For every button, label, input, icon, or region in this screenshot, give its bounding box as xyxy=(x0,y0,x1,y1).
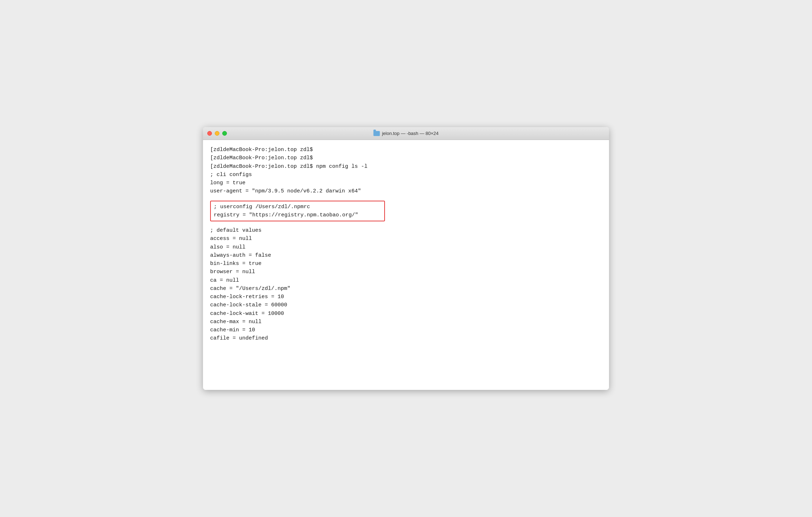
terminal-line-3: [zdldeMacBook-Pro:jelon.top zdl$ npm con… xyxy=(210,162,602,171)
terminal-after-11: cache-lock-wait = 10000 xyxy=(210,310,602,318)
terminal-line-1: [zdldeMacBook-Pro:jelon.top zdl$ xyxy=(210,146,602,154)
terminal-line-2: [zdldeMacBook-Pro:jelon.top zdl$ xyxy=(210,154,602,162)
terminal-after-1: ; default values xyxy=(210,226,602,235)
minimize-button[interactable] xyxy=(215,131,219,136)
terminal-after-10: cache-lock-stale = 60000 xyxy=(210,301,602,309)
terminal-line-5: long = true xyxy=(210,179,602,187)
terminal-after-12: cache-max = null xyxy=(210,318,602,326)
terminal-after-5: bin-links = true xyxy=(210,260,602,268)
highlighted-config-box: ; userconfig /Users/zdl/.npmrc registry … xyxy=(210,201,385,222)
terminal-after-14: cafile = undefined xyxy=(210,334,602,342)
terminal-window: jelon.top — -bash — 80×24 [zdldeMacBook-… xyxy=(203,127,609,390)
folder-icon xyxy=(374,131,380,136)
terminal-after-6: browser = null xyxy=(210,268,602,276)
terminal-after-8: cache = "/Users/zdl/.npm" xyxy=(210,285,602,293)
highlighted-line-2: registry = "https://registry.npm.taobao.… xyxy=(214,211,381,219)
terminal-after-9: cache-lock-retries = 10 xyxy=(210,293,602,301)
terminal-after-4: always-auth = false xyxy=(210,251,602,260)
window-title: jelon.top — -bash — 80×24 xyxy=(374,131,439,136)
terminal-after-3: also = null xyxy=(210,243,602,251)
terminal-content[interactable]: [zdldeMacBook-Pro:jelon.top zdl$ [zdldeM… xyxy=(203,140,609,390)
terminal-after-2: access = null xyxy=(210,235,602,243)
traffic-lights xyxy=(207,131,227,136)
titlebar: jelon.top — -bash — 80×24 xyxy=(203,127,609,140)
terminal-line-6: user-agent = "npm/3.9.5 node/v6.2.2 darw… xyxy=(210,187,602,195)
terminal-after-7: ca = null xyxy=(210,276,602,285)
close-button[interactable] xyxy=(207,131,212,136)
highlighted-line-1: ; userconfig /Users/zdl/.npmrc xyxy=(214,203,381,211)
terminal-line-4: ; cli configs xyxy=(210,171,602,179)
maximize-button[interactable] xyxy=(222,131,227,136)
terminal-after-13: cache-min = 10 xyxy=(210,326,602,334)
